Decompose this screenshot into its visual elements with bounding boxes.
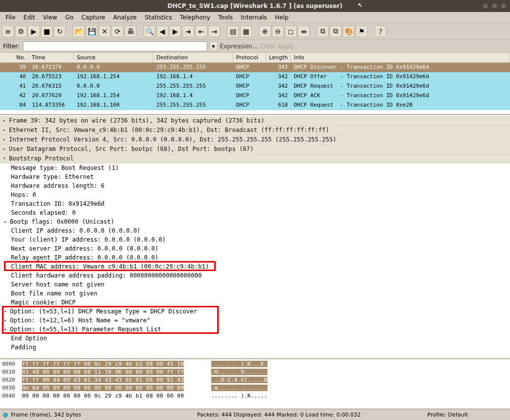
help-icon[interactable]: ? (375, 25, 386, 37)
colorize-icon[interactable]: ▤ (227, 25, 239, 37)
minimize-icon[interactable] (483, 3, 488, 8)
packet-row[interactable]: 4020.675523192.168.1.254192.168.1.4DHCP3… (0, 72, 510, 82)
save-icon[interactable]: 💾 (86, 25, 98, 37)
tree-bfn[interactable]: Boot file name not given (0, 289, 510, 298)
interfaces-icon[interactable]: ≡ (2, 25, 14, 37)
toolbar: ≡ ⚙ ▶ ■ ↻ 📂 💾 ✕ ⟳ 🖶 🔍 ◀ ▶ ➜ ⇤ ⇥ ▤ ▦ ⊕ ⊖ … (0, 23, 510, 40)
menu-internals[interactable]: Internals (238, 13, 271, 22)
back-icon[interactable]: ◀ (156, 25, 168, 37)
window-controls (483, 3, 506, 8)
tree-ip[interactable]: ▸Internet Protocol Version 4, Src: 0.0.0… (0, 135, 510, 144)
tree-rip[interactable]: Relay agent IP address: 0.0.0.0 (0.0.0.0… (0, 253, 510, 262)
tree-cip[interactable]: Client IP address: 0.0.0.0 (0.0.0.0) (0, 226, 510, 235)
menu-go[interactable]: Go (62, 13, 77, 22)
tree-flags[interactable]: ▸Bootp flags: 0x0000 (Unicast) (0, 217, 510, 226)
tree-chwpad[interactable]: Client hardware address padding: 0000000… (0, 271, 510, 280)
tree-bootp[interactable]: ▾Bootstrap Protocol (0, 154, 510, 163)
col-src[interactable]: Source (74, 53, 153, 62)
tree-padding[interactable]: Padding (0, 343, 510, 352)
reload-icon[interactable]: ⟳ (112, 25, 124, 37)
tree-eth[interactable]: ▸Ethernet II, Src: Vmware_c9:4b:b1 (00:0… (0, 126, 510, 135)
coloring-icon[interactable]: 🎨 (343, 25, 355, 37)
tree-hops[interactable]: Hops: 0 (0, 190, 510, 199)
close-icon[interactable] (501, 3, 506, 8)
col-info[interactable]: Info (291, 53, 510, 62)
tree-yip[interactable]: Your (client) IP address: 0.0.0.0 (0.0.0… (0, 235, 510, 244)
packet-row[interactable]: 4220.677629192.168.1.254192.168.1.4DHCP3… (0, 91, 510, 101)
first-icon[interactable]: ⇤ (195, 25, 207, 37)
expression-button[interactable]: Expression... (220, 43, 258, 50)
col-no[interactable]: No. (0, 53, 29, 62)
capfilter-icon[interactable]: ⧉ (317, 25, 329, 37)
tree-udp[interactable]: ▸User Datagram Protocol, Src Port: bootp… (0, 144, 510, 154)
menu-telephony[interactable]: Telephony (176, 13, 214, 22)
close-file-icon[interactable]: ✕ (99, 25, 111, 37)
tree-endopt[interactable]: End Option (0, 334, 510, 343)
tree-hwtype[interactable]: Hardware type: Ethernet (0, 172, 510, 181)
hex-row[interactable]: 0000ff ff ff ff ff ff 00 0c 29 c9 4b b1 … (2, 360, 508, 368)
col-dst[interactable]: Destination (153, 53, 233, 62)
menu-statistics[interactable]: Statistics (141, 13, 175, 22)
resize-cols-icon[interactable]: ⇹ (298, 25, 310, 37)
col-time[interactable]: Time (29, 53, 74, 62)
hex-row[interactable]: 001001 48 00 00 00 00 80 11 39 96 00 00 … (2, 368, 508, 376)
find-icon[interactable]: 🔍 (143, 25, 155, 37)
menu-file[interactable]: File (2, 13, 19, 22)
tree-client-mac[interactable]: Client MAC address: Vmware_c9:4b:b1 (00:… (0, 262, 510, 271)
tree-opt-55[interactable]: ▸Option: (t=55,l=13) Parameter Request L… (0, 325, 510, 334)
zoomin-icon[interactable]: ⊕ (259, 25, 271, 37)
apply-button[interactable]: Apply (278, 43, 295, 50)
tree-opt-53[interactable]: ▸Option: (t=53,l=1) DHCP Message Type = … (0, 307, 510, 316)
packet-list-header: No. Time Source Destination Protocol Len… (0, 53, 510, 63)
window-titlebar: DHCP_to_SW1.cap [Wireshark 1.6.7 ] (as s… (0, 0, 510, 12)
menubar: File Edit View Go Capture Analyze Statis… (0, 12, 510, 23)
tree-secs[interactable]: Seconds elapsed: 0 (0, 208, 510, 217)
maximize-icon[interactable] (492, 3, 497, 8)
autoscroll-icon[interactable]: ▦ (240, 25, 252, 37)
menu-view[interactable]: View (39, 13, 60, 22)
menu-analyze[interactable]: Analyze (110, 13, 140, 22)
tree-hwlen[interactable]: Hardware address length: 6 (0, 181, 510, 190)
tree-shn[interactable]: Server host name not given (0, 280, 510, 289)
open-icon[interactable]: 📂 (73, 25, 85, 37)
dispfilter-icon[interactable]: ⧉ (330, 25, 342, 37)
packet-details-pane[interactable]: ▸Frame 39: 342 bytes on wire (2736 bits)… (0, 115, 510, 359)
restart-icon[interactable]: ↻ (54, 25, 66, 37)
hex-row[interactable]: 0020ff ff 00 44 00 43 01 34 43 43 01 01 … (2, 376, 508, 384)
clear-button[interactable]: Clear (260, 43, 275, 50)
prefs-icon[interactable]: ⚑ (356, 25, 368, 37)
status-left: Frame (frame), 342 bytes (11, 412, 130, 418)
hex-pane[interactable]: 0000ff ff ff ff ff ff 00 0c 29 c9 4b b1 … (0, 359, 510, 409)
packet-row[interactable]: 3920.6723790.0.0.0255.255.255.255DHCP342… (0, 63, 510, 72)
menu-capture[interactable]: Capture (78, 13, 109, 22)
filter-dropdown-icon[interactable]: ▾ (209, 41, 218, 51)
menu-tools[interactable]: Tools (215, 13, 237, 22)
print-icon[interactable]: 🖶 (125, 25, 136, 37)
packet-row[interactable]: 4120.6763150.0.0.0255.255.255.255DHCP342… (0, 82, 510, 91)
menu-edit[interactable]: Edit (20, 13, 38, 22)
col-proto[interactable]: Protocol (233, 53, 266, 62)
options-icon[interactable]: ⚙ (15, 25, 27, 37)
tree-magic[interactable]: Magic cookie: DHCP (0, 298, 510, 307)
hex-row[interactable]: 00309e 6d 00 00 00 00 00 00 00 00 00 00 … (2, 384, 508, 392)
tree-msgtype[interactable]: Message type: Boot Request (1) (0, 163, 510, 172)
filter-input[interactable] (23, 41, 207, 51)
zoomout-icon[interactable]: ⊖ (272, 25, 284, 37)
window-title: DHCP_to_SW1.cap [Wireshark 1.6.7 ] (as s… (167, 2, 343, 9)
tree-opt-12[interactable]: ▸Option: (t=12,l=6) Host Name = "vmware" (0, 316, 510, 325)
tree-nip[interactable]: Next server IP address: 0.0.0.0 (0.0.0.0… (0, 244, 510, 253)
tree-frame[interactable]: ▸Frame 39: 342 bytes on wire (2736 bits)… (0, 116, 510, 126)
fwd-icon[interactable]: ▶ (169, 25, 181, 37)
tree-txid[interactable]: Transaction ID: 0x91429e6d (0, 199, 510, 208)
last-icon[interactable]: ⇥ (208, 25, 220, 37)
packet-row[interactable]: 84114.873356192.168.1.100255.255.255.255… (0, 101, 510, 110)
actualsize-icon[interactable]: ◻ (285, 25, 297, 37)
col-len[interactable]: Length (266, 53, 291, 62)
status-right: Profile: Default (427, 412, 507, 418)
menu-help[interactable]: Help (271, 13, 292, 22)
expert-info-icon[interactable] (3, 413, 8, 418)
start-icon[interactable]: ▶ (28, 25, 40, 37)
stop-icon[interactable]: ■ (41, 25, 53, 37)
goto-icon[interactable]: ➜ (182, 25, 194, 37)
hex-row[interactable]: 004000 00 00 00 00 00 00 0c 29 c9 4b b1 … (2, 392, 508, 400)
